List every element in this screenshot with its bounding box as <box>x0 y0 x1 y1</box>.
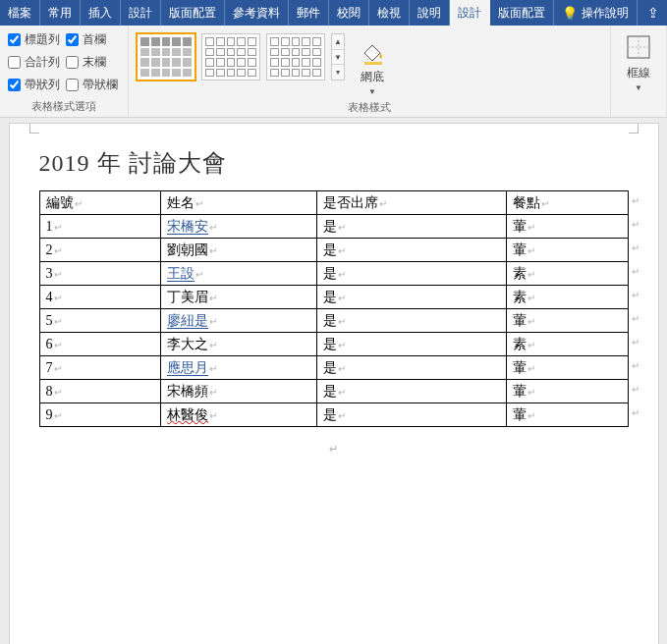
table-cell[interactable]: 是↵ <box>316 262 506 286</box>
table-cell[interactable]: 是↵ <box>316 403 506 427</box>
table-cell[interactable]: 葷↵↵ <box>506 403 628 427</box>
table-row: 8↵宋橋頻↵是↵葷↵↵ <box>39 380 628 403</box>
group-table-style-options: 標題列 合計列 帶狀列 首欄 末欄 帶狀欄 表格樣式選項 <box>0 26 129 117</box>
data-table[interactable]: 編號↵姓名↵是否出席↵餐點↵↵1↵宋橋安↵是↵葷↵↵2↵劉朝國↵是↵葷↵↵3↵王… <box>39 190 629 427</box>
table-cell[interactable]: 宋橋安↵ <box>161 215 316 239</box>
svg-rect-1 <box>628 36 649 58</box>
table-header-cell[interactable]: 餐點↵↵ <box>506 191 628 215</box>
table-cell[interactable]: 素↵↵ <box>506 286 628 309</box>
table-cell[interactable]: 林醫俊↵ <box>161 403 316 427</box>
table-cell[interactable]: 宋橋頻↵ <box>161 380 316 403</box>
table-cell[interactable]: 6↵ <box>39 333 161 356</box>
table-cell[interactable]: 劉朝國↵ <box>161 239 316 262</box>
table-cell[interactable]: 7↵ <box>39 356 161 380</box>
table-cell[interactable]: 王設↵ <box>161 262 316 286</box>
group-borders: 框線 ▼ <box>611 26 667 117</box>
tab-檔案[interactable]: 檔案 <box>0 0 40 26</box>
table-cell[interactable]: 李大之↵ <box>161 333 316 356</box>
table-cell[interactable]: 4↵ <box>39 286 161 309</box>
crop-mark <box>29 124 39 134</box>
chk-last-col[interactable]: 末欄 <box>66 54 118 71</box>
table-cell[interactable]: 應思月↵ <box>161 356 316 380</box>
lightbulb-icon: 💡 <box>562 6 578 21</box>
ribbon: 標題列 合計列 帶狀列 首欄 末欄 帶狀欄 表格樣式選項 <box>0 26 667 118</box>
paragraph-mark: ↵ <box>39 443 629 456</box>
tab-郵件[interactable]: 郵件 <box>289 0 329 26</box>
group-table-styles: ▲ ▼ ▾ 網底 ▼ 表格樣式 <box>129 26 611 117</box>
table-header-row: 編號↵姓名↵是否出席↵餐點↵↵ <box>39 191 628 215</box>
tab-版面配置[interactable]: 版面配置 <box>161 0 225 26</box>
share-icon[interactable]: ⇪ <box>638 0 667 26</box>
table-cell[interactable]: 是↵ <box>316 380 506 403</box>
table-row: 6↵李大之↵是↵素↵↵ <box>39 333 628 356</box>
style-thumb-3[interactable] <box>266 33 325 80</box>
table-cell[interactable]: 丁美眉↵ <box>161 286 316 309</box>
table-cell[interactable]: 是↵ <box>316 286 506 309</box>
tab-設計[interactable]: 設計 <box>121 0 161 26</box>
table-header-cell[interactable]: 編號↵ <box>39 191 161 215</box>
chk-total-row[interactable]: 合計列 <box>8 54 60 71</box>
table-cell[interactable]: 9↵ <box>39 403 161 427</box>
tab-說明[interactable]: 說明 <box>410 0 450 26</box>
style-thumb-2[interactable] <box>201 33 260 80</box>
table-row: 1↵宋橋安↵是↵葷↵↵ <box>39 215 628 239</box>
paint-bucket-icon <box>357 35 388 67</box>
table-cell[interactable]: 葷↵↵ <box>506 239 628 262</box>
borders-button[interactable]: 框線 ▼ <box>617 29 660 100</box>
chk-banded-row[interactable]: 帶狀列 <box>8 77 60 93</box>
tab-檢視[interactable]: 檢視 <box>369 0 410 26</box>
chk-first-col[interactable]: 首欄 <box>66 31 118 48</box>
table-cell[interactable]: 葷↵↵ <box>506 309 628 333</box>
gallery-more-icon[interactable]: ▾ <box>332 65 344 80</box>
page-title: 2019 年 討論大會 <box>39 147 629 179</box>
table-cell[interactable]: 2↵ <box>39 239 161 262</box>
table-cell[interactable]: 8↵ <box>39 380 161 403</box>
table-cell[interactable]: 廖紐是↵ <box>161 309 316 333</box>
table-row: 4↵丁美眉↵是↵素↵↵ <box>39 286 628 309</box>
page: 2019 年 討論大會 編號↵姓名↵是否出席↵餐點↵↵1↵宋橋安↵是↵葷↵↵2↵… <box>10 124 658 644</box>
tab-校閱[interactable]: 校閱 <box>329 0 369 26</box>
table-cell[interactable]: 是↵ <box>316 333 506 356</box>
chevron-down-icon: ▼ <box>635 83 642 92</box>
tab-常用[interactable]: 常用 <box>40 0 81 26</box>
tell-me[interactable]: 💡操作說明 <box>554 0 638 26</box>
table-row: 9↵林醫俊↵是↵葷↵↵ <box>39 403 628 427</box>
shading-button[interactable]: 網底 ▼ <box>351 33 394 98</box>
table-cell[interactable]: 葷↵↵ <box>506 215 628 239</box>
table-cell[interactable]: 葷↵↵ <box>506 356 628 380</box>
table-row: 7↵應思月↵是↵葷↵↵ <box>39 356 628 380</box>
table-cell[interactable]: 素↵↵ <box>506 333 628 356</box>
gallery-up-icon[interactable]: ▲ <box>332 34 344 50</box>
tab-參考資料[interactable]: 參考資料 <box>225 0 289 26</box>
table-cell[interactable]: 1↵ <box>39 215 161 239</box>
table-cell[interactable]: 是↵ <box>316 215 506 239</box>
table-cell[interactable]: 5↵ <box>39 309 161 333</box>
group-label-table-styles: 表格樣式 <box>135 98 604 118</box>
table-header-cell[interactable]: 是否出席↵ <box>316 191 506 215</box>
crop-mark <box>629 124 639 134</box>
gallery-down-icon[interactable]: ▼ <box>332 50 344 66</box>
svg-rect-0 <box>364 62 382 65</box>
table-cell[interactable]: 是↵ <box>316 309 506 333</box>
tab-插入[interactable]: 插入 <box>81 0 121 26</box>
table-row: 3↵王設↵是↵素↵↵ <box>39 262 628 286</box>
chevron-down-icon: ▼ <box>368 87 376 96</box>
table-header-cell[interactable]: 姓名↵ <box>161 191 316 215</box>
table-styles-gallery[interactable]: ▲ ▼ ▾ 網底 ▼ <box>135 29 396 98</box>
chk-header-row[interactable]: 標題列 <box>8 31 60 48</box>
chk-banded-col[interactable]: 帶狀欄 <box>66 77 118 93</box>
tab-版面配置[interactable]: 版面配置 <box>490 0 554 26</box>
table-cell[interactable]: 素↵↵ <box>506 262 628 286</box>
table-cell[interactable]: 3↵ <box>39 262 161 286</box>
style-thumb-1[interactable] <box>137 33 195 80</box>
menu-bar: 檔案常用插入設計版面配置參考資料郵件校閱檢視說明設計版面配置💡操作說明⇪💬 <box>0 0 667 26</box>
table-cell[interactable]: 是↵ <box>316 239 506 262</box>
tab-設計[interactable]: 設計 <box>450 0 490 26</box>
table-cell[interactable]: 是↵ <box>316 356 506 380</box>
table-row: 2↵劉朝國↵是↵葷↵↵ <box>39 239 628 262</box>
gallery-scroll[interactable]: ▲ ▼ ▾ <box>331 33 345 80</box>
table-row: 5↵廖紐是↵是↵葷↵↵ <box>39 309 628 333</box>
document-area[interactable]: 2019 年 討論大會 編號↵姓名↵是否出席↵餐點↵↵1↵宋橋安↵是↵葷↵↵2↵… <box>0 118 667 644</box>
table-cell[interactable]: 葷↵↵ <box>506 380 628 403</box>
borders-icon <box>623 31 654 63</box>
